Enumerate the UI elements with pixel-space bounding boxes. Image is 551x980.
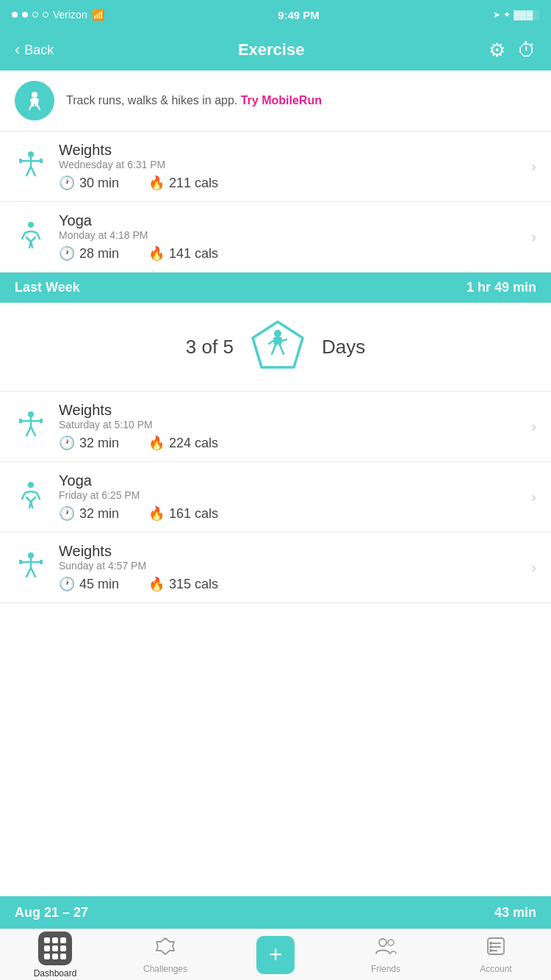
track-banner: Track runs, walks & hikes in app. Try Mo… — [0, 71, 551, 131]
status-bar-right: ➤ ✦ ▓▓▓░ — [493, 10, 539, 20]
tab-account-label: Account — [480, 964, 511, 974]
svg-point-45 — [489, 949, 492, 952]
duration-value: 45 min — [79, 577, 119, 592]
duration-stat: 🕐 28 min — [59, 245, 119, 262]
last-week-duration: 1 hr 49 min — [467, 280, 536, 295]
exercise-item-weights-lw1[interactable]: Weights Saturday at 5:10 PM 🕐 32 min 🔥 2… — [0, 392, 551, 462]
battery-icon: ▓▓▓░ — [514, 10, 539, 20]
back-button[interactable]: ‹ Back — [15, 40, 54, 60]
older-section-header: Aug 21 – 27 43 min — [0, 896, 551, 929]
dashboard-icon — [38, 932, 72, 965]
svg-line-22 — [26, 427, 31, 436]
tab-account[interactable]: Account — [441, 929, 551, 980]
settings-icon[interactable]: ⚙ — [489, 39, 505, 62]
calories-value: 315 cals — [169, 577, 218, 592]
tab-add[interactable]: + — [220, 929, 331, 980]
svg-line-16 — [281, 347, 284, 354]
svg-line-32 — [26, 568, 31, 577]
last-week-section-header: Last Week 1 hr 49 min — [0, 273, 551, 303]
svg-line-7 — [31, 167, 35, 176]
clock-icon: 🕐 — [59, 435, 75, 451]
nav-bar: ‹ Back Exercise ⚙ ⏱ — [0, 29, 551, 71]
weights-icon — [15, 411, 47, 443]
calories-stat: 🔥 161 cals — [148, 505, 218, 522]
older-section-duration: 43 min — [494, 905, 536, 920]
duration-stat: 🕐 32 min — [59, 435, 119, 451]
exercise-datetime: Sunday at 4:57 PM — [59, 560, 519, 572]
calories-stat: 🔥 211 cals — [148, 175, 218, 191]
exercise-info: Weights Wednesday at 6:31 PM 🕐 30 min 🔥 … — [59, 142, 519, 191]
goal-badge — [248, 317, 307, 376]
friends-icon — [375, 936, 397, 961]
svg-rect-9 — [40, 159, 43, 163]
signal-dot-3 — [32, 12, 38, 18]
weights-icon — [15, 552, 47, 584]
goal-days-label: Days — [322, 336, 365, 359]
exercise-stats: 🕐 32 min 🔥 161 cals — [59, 505, 519, 522]
tab-friends[interactable]: Friends — [331, 929, 441, 980]
track-banner-text: Track runs, walks & hikes in app. Try Mo… — [66, 92, 322, 109]
goal-fraction: 3 of 5 — [186, 336, 234, 359]
exercise-name: Weights — [59, 402, 519, 419]
exercise-info: Weights Sunday at 4:57 PM 🕐 45 min 🔥 315… — [59, 543, 519, 592]
svg-line-2 — [37, 105, 40, 109]
svg-marker-13 — [253, 322, 303, 367]
chevron-right-icon: › — [531, 489, 536, 505]
challenges-icon — [155, 936, 176, 961]
add-button[interactable]: + — [256, 936, 295, 974]
page-title: Exercise — [238, 40, 305, 60]
duration-value: 28 min — [79, 246, 119, 262]
status-bar-left: Verizon 📶 — [12, 9, 104, 21]
chevron-right-icon: › — [531, 228, 536, 245]
duration-stat: 🕐 30 min — [59, 175, 119, 191]
duration-stat: 🕐 32 min — [59, 505, 119, 522]
exercise-item-yoga-this-week[interactable]: Yoga Monday at 4:18 PM 🕐 28 min 🔥 141 ca… — [0, 202, 551, 273]
fire-icon: 🔥 — [148, 576, 165, 592]
nav-icons: ⚙ ⏱ — [489, 39, 536, 62]
svg-point-37 — [379, 939, 386, 946]
svg-point-0 — [32, 92, 37, 98]
tab-challenges[interactable]: Challenges — [110, 929, 220, 980]
exercise-item-weights-this-week[interactable]: Weights Wednesday at 6:31 PM 🕐 30 min 🔥 … — [0, 131, 551, 202]
exercise-datetime: Saturday at 5:10 PM — [59, 419, 519, 430]
exercise-stats: 🕐 45 min 🔥 315 cals — [59, 576, 519, 592]
clock-icon: 🕐 — [59, 505, 75, 522]
status-bar: Verizon 📶 9:49 PM ➤ ✦ ▓▓▓░ — [0, 0, 551, 29]
calories-stat: 🔥 315 cals — [148, 576, 218, 592]
tab-bar: Dashboard Challenges + Friends — [0, 929, 551, 980]
svg-line-17 — [269, 341, 273, 344]
svg-rect-25 — [40, 419, 43, 423]
tab-dashboard[interactable]: Dashboard — [0, 929, 110, 980]
older-section-label: Aug 21 – 27 — [15, 905, 88, 920]
clock-icon: 🕐 — [59, 576, 75, 592]
calories-value: 211 cals — [169, 176, 218, 191]
tab-challenges-label: Challenges — [143, 964, 187, 974]
svg-line-33 — [31, 568, 35, 577]
exercise-item-weights-lw2[interactable]: Weights Sunday at 4:57 PM 🕐 45 min 🔥 315… — [0, 533, 551, 603]
yoga-icon — [15, 481, 47, 514]
fire-icon: 🔥 — [148, 175, 165, 191]
stopwatch-icon[interactable]: ⏱ — [517, 39, 536, 62]
exercise-stats: 🕐 30 min 🔥 211 cals — [59, 175, 519, 191]
chevron-right-icon: › — [531, 158, 536, 175]
bluetooth-icon: ✦ — [503, 10, 511, 20]
calories-stat: 🔥 224 cals — [148, 435, 218, 451]
exercise-item-yoga-lw[interactable]: Yoga Friday at 6:25 PM 🕐 32 min 🔥 161 ca… — [0, 462, 551, 533]
svg-point-43 — [489, 942, 492, 945]
svg-rect-34 — [19, 560, 22, 564]
tab-friends-label: Friends — [371, 964, 400, 974]
duration-stat: 🕐 45 min — [59, 576, 119, 592]
svg-point-38 — [388, 940, 394, 945]
exercise-info: Yoga Monday at 4:18 PM 🕐 28 min 🔥 141 ca… — [59, 212, 519, 262]
calories-value: 141 cals — [169, 246, 218, 262]
exercise-stats: 🕐 32 min 🔥 224 cals — [59, 435, 519, 451]
svg-line-15 — [272, 347, 275, 354]
svg-rect-24 — [19, 419, 22, 423]
exercise-datetime: Wednesday at 6:31 PM — [59, 159, 519, 170]
weights-icon — [15, 151, 47, 183]
goal-section: 3 of 5 Days — [0, 303, 551, 392]
svg-line-28 — [31, 502, 32, 508]
svg-line-6 — [26, 167, 31, 176]
svg-marker-36 — [156, 938, 174, 954]
svg-rect-35 — [40, 560, 43, 564]
